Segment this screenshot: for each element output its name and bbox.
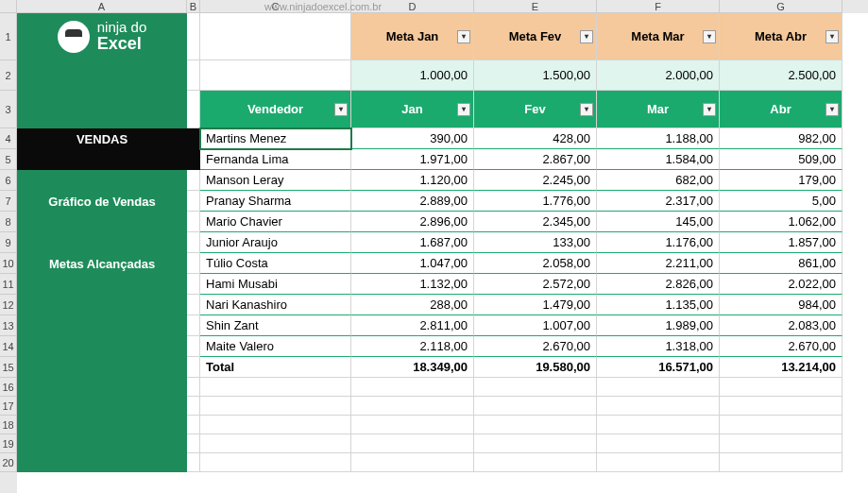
- empty-cell[interactable]: [720, 434, 842, 453]
- sidebar-item-grafico[interactable]: Gráfico de Vendas: [17, 191, 187, 212]
- table-header-abr[interactable]: Abr ▾: [720, 91, 842, 128]
- cell-fev[interactable]: 2.345,00: [474, 212, 597, 232]
- empty-cell[interactable]: [200, 434, 351, 453]
- row-header-12[interactable]: 12: [0, 295, 17, 315]
- cell-vendedor[interactable]: Junior Araujo: [200, 232, 351, 253]
- cell-vendedor[interactable]: Túlio Costa: [200, 253, 351, 274]
- empty-cell[interactable]: [474, 378, 597, 397]
- row-header-15[interactable]: 15: [0, 357, 17, 378]
- cell-abr[interactable]: 2.083,00: [720, 315, 842, 336]
- empty-cell[interactable]: [351, 378, 474, 397]
- cell-vendedor[interactable]: Hami Musabi: [200, 274, 351, 295]
- cell-mar[interactable]: 1.318,00: [597, 336, 720, 357]
- select-all-corner[interactable]: [0, 0, 17, 13]
- cell-vendedor[interactable]: Pranay Sharma: [200, 191, 351, 212]
- cell-jan[interactable]: 1.687,00: [351, 232, 474, 253]
- cell-abr[interactable]: 2.670,00: [720, 336, 842, 357]
- cell-fev[interactable]: 133,00: [474, 232, 597, 253]
- empty-cell[interactable]: [474, 397, 597, 416]
- row-header-2[interactable]: 2: [0, 60, 17, 91]
- cell-mar[interactable]: 2.317,00: [597, 191, 720, 212]
- cell-abr[interactable]: 2.022,00: [720, 274, 842, 295]
- cell-fev[interactable]: 2.670,00: [474, 336, 597, 357]
- row-header-17[interactable]: 17: [0, 397, 17, 416]
- empty-cell[interactable]: [351, 416, 474, 434]
- row-header-13[interactable]: 13: [0, 315, 17, 336]
- col-header-e[interactable]: E: [474, 0, 597, 13]
- empty-cell[interactable]: [597, 378, 720, 397]
- cell-b5[interactable]: [187, 149, 200, 170]
- meta-header-abr[interactable]: Meta Abr ▾: [720, 13, 842, 60]
- total-jan[interactable]: 18.349,00: [351, 357, 474, 378]
- meta-value-abr[interactable]: 2.500,00: [720, 60, 842, 91]
- row-header-6[interactable]: 6: [0, 170, 17, 191]
- cell-fev[interactable]: 2.058,00: [474, 253, 597, 274]
- cell-jan[interactable]: 2.896,00: [351, 212, 474, 232]
- table-header-mar[interactable]: Mar ▾: [597, 91, 720, 128]
- sidebar-item-vendas[interactable]: VENDAS: [17, 128, 187, 149]
- cell-abr[interactable]: 179,00: [720, 170, 842, 191]
- empty-cell[interactable]: [200, 378, 351, 397]
- cell-mar[interactable]: 1.584,00: [597, 149, 720, 170]
- cell-abr[interactable]: 509,00: [720, 149, 842, 170]
- row-header-4[interactable]: 4: [0, 128, 17, 149]
- empty-cell[interactable]: [200, 416, 351, 434]
- cell-fev[interactable]: 1.776,00: [474, 191, 597, 212]
- empty-cell[interactable]: [597, 434, 720, 453]
- empty-cell[interactable]: [351, 434, 474, 453]
- cell-jan[interactable]: 2.811,00: [351, 315, 474, 336]
- filter-icon[interactable]: ▾: [580, 30, 593, 43]
- row-header-3[interactable]: 3: [0, 91, 17, 128]
- cell-b6[interactable]: [187, 170, 200, 191]
- cell-b1[interactable]: [187, 13, 200, 60]
- cell-vendedor[interactable]: Mario Chavier: [200, 212, 351, 232]
- cell-vendedor[interactable]: Manson Leray: [200, 170, 351, 191]
- cell-b11[interactable]: [187, 274, 200, 295]
- cell-fev[interactable]: 1.007,00: [474, 315, 597, 336]
- row-header-11[interactable]: 11: [0, 274, 17, 295]
- empty-cell[interactable]: [597, 453, 720, 472]
- cell-b19[interactable]: [187, 434, 200, 453]
- cell-b10[interactable]: [187, 253, 200, 274]
- empty-cell[interactable]: [597, 397, 720, 416]
- meta-header-jan[interactable]: Meta Jan ▾: [351, 13, 474, 60]
- row-header-16[interactable]: 16: [0, 378, 17, 397]
- cell-b20[interactable]: [187, 453, 200, 472]
- cell-fev[interactable]: 1.479,00: [474, 295, 597, 315]
- cell-b15[interactable]: [187, 357, 200, 378]
- total-fev[interactable]: 19.580,00: [474, 357, 597, 378]
- col-header-g[interactable]: G: [720, 0, 842, 13]
- cell-b16[interactable]: [187, 378, 200, 397]
- cell-abr[interactable]: 984,00: [720, 295, 842, 315]
- table-header-vendedor[interactable]: Vendedor ▾: [200, 91, 351, 128]
- row-header-8[interactable]: 8: [0, 212, 17, 232]
- cell-fev[interactable]: 2.867,00: [474, 149, 597, 170]
- cell-jan[interactable]: 2.889,00: [351, 191, 474, 212]
- col-header-a[interactable]: A: [17, 0, 187, 13]
- cell-abr[interactable]: 5,00: [720, 191, 842, 212]
- cell-mar[interactable]: 2.826,00: [597, 274, 720, 295]
- empty-cell[interactable]: [474, 453, 597, 472]
- row-header-18[interactable]: 18: [0, 416, 17, 434]
- row-header-10[interactable]: 10: [0, 253, 17, 274]
- cell-b13[interactable]: [187, 315, 200, 336]
- cell-abr[interactable]: 982,00: [720, 128, 842, 149]
- cell-jan[interactable]: 288,00: [351, 295, 474, 315]
- filter-icon[interactable]: ▾: [825, 103, 839, 116]
- col-header-b[interactable]: B: [187, 0, 200, 13]
- cell-jan[interactable]: 1.120,00: [351, 170, 474, 191]
- cell-vendedor[interactable]: Shin Zant: [200, 315, 351, 336]
- cell-vendedor[interactable]: Fernanda Lima: [200, 149, 351, 170]
- cell-mar[interactable]: 1.176,00: [597, 232, 720, 253]
- cell-fev[interactable]: 2.245,00: [474, 170, 597, 191]
- empty-cell[interactable]: [474, 434, 597, 453]
- cell-mar[interactable]: 2.211,00: [597, 253, 720, 274]
- filter-icon[interactable]: ▾: [457, 30, 470, 43]
- cell-b7[interactable]: [187, 191, 200, 212]
- total-mar[interactable]: 16.571,00: [597, 357, 720, 378]
- empty-cell[interactable]: [720, 397, 842, 416]
- empty-cell[interactable]: [474, 416, 597, 434]
- row-header-5[interactable]: 5: [0, 149, 17, 170]
- cell-b3[interactable]: [187, 91, 200, 128]
- row-header-9[interactable]: 9: [0, 232, 17, 253]
